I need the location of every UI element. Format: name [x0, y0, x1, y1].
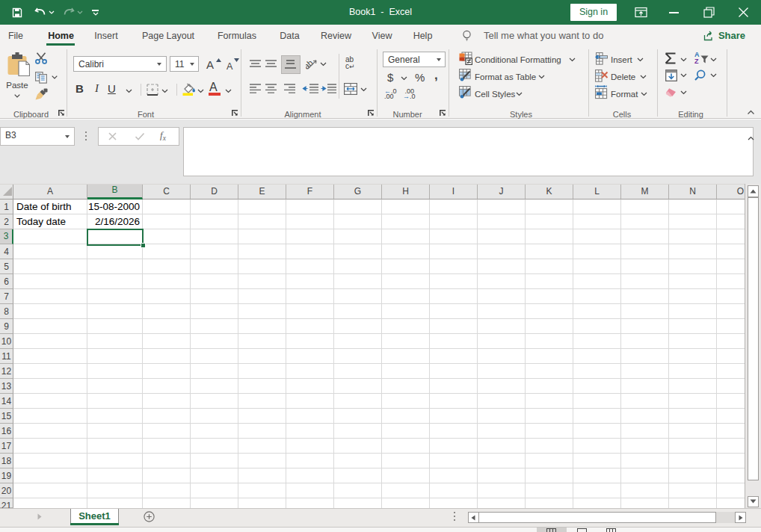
- svg-text:ab: ab: [306, 58, 315, 71]
